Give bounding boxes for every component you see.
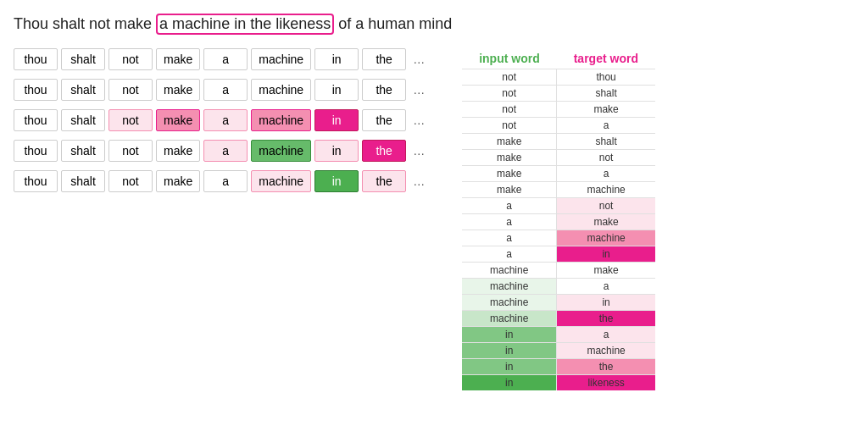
target-cell: not [557, 150, 655, 166]
word-cell: thou [14, 109, 58, 131]
input-cell: a [462, 198, 557, 214]
table-row: anot [462, 198, 655, 214]
word-cell: make [156, 79, 200, 101]
word-row-4: thoushaltnotmakeamachineinthe… [14, 140, 428, 162]
target-word-header: target word [557, 48, 655, 69]
word-cell: machine [251, 109, 311, 131]
table-row: inmachine [462, 343, 655, 359]
word-cell: in [314, 79, 359, 101]
title-highlight: a machine in the likeness [156, 14, 334, 35]
word-cell: machine [251, 140, 311, 162]
input-cell: make [462, 134, 557, 150]
target-cell: a [557, 166, 655, 182]
word-cell: the [362, 140, 406, 162]
target-cell: make [557, 102, 655, 118]
input-cell: a [462, 214, 557, 230]
right-panel: input word target word notthounotshaltno… [462, 48, 655, 390]
word-cell: the [362, 79, 406, 101]
target-cell: a [557, 327, 655, 343]
input-cell: machine [462, 295, 557, 311]
word-cell: thou [14, 170, 58, 192]
input-cell: a [462, 230, 557, 246]
word-row-5: thoushaltnotmakeamachineinthe… [14, 170, 428, 192]
table-row: machinethe [462, 311, 655, 327]
word-cell: in [314, 109, 359, 131]
word-row-3: thoushaltnotmakeamachineinthe… [14, 109, 428, 131]
word-cell: not [108, 140, 153, 162]
word-cell: machine [251, 48, 311, 70]
word-cell: in [314, 170, 359, 192]
input-cell: not [462, 118, 557, 134]
input-cell: a [462, 246, 557, 263]
word-cell: make [156, 48, 200, 70]
target-cell: the [557, 311, 655, 327]
target-cell: in [557, 295, 655, 311]
table-row: makenot [462, 150, 655, 166]
word-cell: a [203, 79, 248, 101]
input-cell: in [462, 375, 557, 391]
target-cell: make [557, 263, 655, 279]
ellipsis: … [409, 171, 428, 191]
input-word-header: input word [462, 48, 557, 69]
input-cell: in [462, 343, 557, 359]
word-cell: shalt [61, 79, 105, 101]
word-cell: a [203, 48, 248, 70]
word-cell: machine [251, 79, 311, 101]
title-prefix: Thou shalt not make [14, 15, 156, 32]
word-row-1: thoushaltnotmakeamachineinthe… [14, 48, 428, 70]
word-cell: shalt [61, 170, 105, 192]
ellipsis: … [409, 80, 428, 100]
word-cell: not [108, 79, 153, 101]
table-row: notshalt [462, 86, 655, 102]
input-cell: machine [462, 263, 557, 279]
target-cell: machine [557, 230, 655, 246]
table-row: notthou [462, 69, 655, 86]
target-cell: a [557, 118, 655, 134]
target-cell: the [557, 359, 655, 375]
input-cell: not [462, 69, 557, 86]
word-cell: shalt [61, 109, 105, 131]
input-cell: make [462, 166, 557, 182]
table-row: makemachine [462, 182, 655, 198]
word-cell: thou [14, 48, 58, 70]
word-cell: machine [251, 170, 311, 192]
word-cell: thou [14, 140, 58, 162]
table-row: amake [462, 214, 655, 230]
word-table: input word target word notthounotshaltno… [462, 48, 655, 390]
input-cell: not [462, 86, 557, 102]
title-suffix: of a human mind [334, 15, 452, 32]
word-cell: make [156, 109, 200, 131]
word-cell: shalt [61, 48, 105, 70]
target-cell: a [557, 279, 655, 295]
target-cell: thou [557, 69, 655, 86]
input-cell: in [462, 359, 557, 375]
table-row: makea [462, 166, 655, 182]
word-cell: make [156, 140, 200, 162]
target-cell: not [557, 198, 655, 214]
ellipsis: … [409, 141, 428, 161]
input-cell: machine [462, 279, 557, 295]
word-cell: shalt [61, 140, 105, 162]
left-panel: thoushaltnotmakeamachineinthe…thoushaltn… [14, 48, 428, 390]
table-row: machinein [462, 295, 655, 311]
input-cell: not [462, 102, 557, 118]
target-cell: likeness [557, 375, 655, 391]
main-content: thoushaltnotmakeamachineinthe…thoushaltn… [14, 48, 854, 390]
word-cell: a [203, 140, 248, 162]
word-cell: thou [14, 79, 58, 101]
input-cell: make [462, 150, 557, 166]
word-cell: the [362, 48, 406, 70]
target-cell: in [557, 246, 655, 263]
word-cell: the [362, 170, 406, 192]
word-cell: not [108, 48, 153, 70]
input-cell: make [462, 182, 557, 198]
table-row: inlikeness [462, 375, 655, 391]
input-cell: machine [462, 311, 557, 327]
table-row: ain [462, 246, 655, 263]
word-cell: make [156, 170, 200, 192]
target-cell: shalt [557, 134, 655, 150]
ellipsis: … [409, 49, 428, 69]
word-cell: in [314, 140, 359, 162]
table-row: notmake [462, 102, 655, 118]
table-row: machinea [462, 279, 655, 295]
